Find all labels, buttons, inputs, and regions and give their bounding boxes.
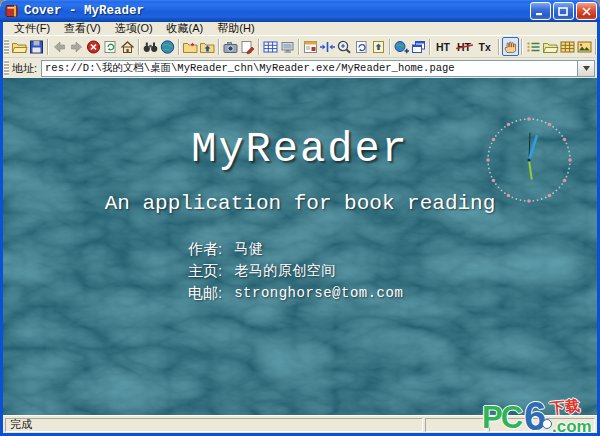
zoom-button[interactable]: [336, 37, 353, 56]
page-layout-button[interactable]: [302, 37, 319, 56]
status-bar: 完成: [3, 415, 597, 433]
grid-yellow-icon: [559, 39, 576, 55]
save-button[interactable]: [28, 37, 45, 56]
status-panel: [489, 418, 595, 432]
toolbar-separator: [595, 39, 597, 55]
fit-width-button[interactable]: [319, 37, 336, 56]
menu-help[interactable]: 帮助(H): [211, 22, 260, 35]
forward-button: [68, 37, 85, 56]
menu-options[interactable]: 选项(O): [109, 22, 159, 35]
globe-plus-icon: [393, 39, 410, 55]
home-button[interactable]: [119, 37, 136, 56]
info-label: 作者:: [188, 240, 222, 259]
info-row: 主页:老马的原创空间: [188, 260, 403, 282]
refresh-icon: [102, 39, 119, 55]
address-input[interactable]: res://D:\我的文档\桌面\MyReader_chn\MyReader.e…: [41, 60, 595, 77]
html-mode-button[interactable]: HT: [433, 37, 454, 56]
maximize-icon: [558, 7, 569, 16]
export-page-button[interactable]: [370, 37, 387, 56]
arrow-left-icon: [51, 39, 68, 55]
toolbar-separator: [178, 39, 180, 55]
magnifier-icon: [336, 39, 353, 55]
stop-button[interactable]: [85, 37, 102, 56]
toolbar-separator: [429, 39, 431, 55]
page-up-icon: [370, 39, 387, 55]
toolbar-separator: [389, 39, 391, 55]
globe-icon: [159, 39, 176, 55]
table-view-button[interactable]: [262, 37, 279, 56]
snapshot-button[interactable]: [222, 37, 239, 56]
index-list-button[interactable]: [525, 37, 542, 56]
cascade-windows-button[interactable]: [410, 37, 427, 56]
close-icon: [581, 7, 592, 16]
html-off-button[interactable]: HT: [454, 37, 475, 56]
address-value[interactable]: res://D:\我的文档\桌面\MyReader_chn\MyReader.e…: [42, 61, 577, 75]
window-frame: 文件(F)查看(V)选项(O)收藏(A)帮助(H) HTHTTx? 地址: re…: [0, 22, 600, 436]
svg-text:HT: HT: [436, 41, 451, 53]
toolbar-grip[interactable]: [4, 39, 9, 55]
toolbar-separator: [298, 39, 300, 55]
page-rotate-icon: [353, 39, 370, 55]
window-title: Cover - MyReader: [24, 4, 530, 18]
refresh-button[interactable]: [102, 37, 119, 56]
menu-view[interactable]: 查看(V): [58, 22, 107, 35]
info-label: 主页:: [188, 262, 222, 281]
maximize-button[interactable]: [553, 2, 574, 20]
toolbar-separator: [47, 39, 49, 55]
image-view-button[interactable]: [576, 37, 593, 56]
folder-star-icon: [182, 39, 199, 55]
toolbar: HTHTTx?: [3, 36, 597, 58]
open-url-button[interactable]: [393, 37, 410, 56]
open-book-button[interactable]: [542, 37, 559, 56]
info-label: 电邮:: [188, 284, 222, 303]
toolbar-separator: [138, 39, 140, 55]
arrow-right-icon: [68, 39, 85, 55]
hand-tool-button[interactable]: [502, 37, 519, 56]
minimize-button[interactable]: [530, 2, 551, 20]
camera-icon: [222, 39, 239, 55]
search-button[interactable]: [142, 37, 159, 56]
text-tx-icon: Tx: [477, 39, 494, 55]
address-label: 地址:: [12, 61, 37, 76]
toolbar-separator: [521, 39, 523, 55]
monitor-view-button[interactable]: [279, 37, 296, 56]
rotate-page-button[interactable]: [353, 37, 370, 56]
page-layout-icon: [302, 39, 319, 55]
text-mode-button[interactable]: Tx: [475, 37, 496, 56]
back-button: [51, 37, 68, 56]
menu-favorites[interactable]: 收藏(A): [161, 22, 210, 35]
info-row: 电邮:stronghorse@tom.com: [188, 282, 403, 304]
open-button[interactable]: [11, 37, 28, 56]
title-bar[interactable]: Cover - MyReader: [0, 0, 600, 22]
minimize-icon: [535, 7, 546, 16]
text-ht-icon: HT: [435, 39, 452, 55]
toolbar-separator: [218, 39, 220, 55]
browser-button[interactable]: [159, 37, 176, 56]
thumbnails-button[interactable]: [559, 37, 576, 56]
stop-icon: [85, 39, 102, 55]
info-value: 老马的原创空间: [234, 262, 336, 280]
favorites-folder-button[interactable]: [182, 37, 199, 56]
info-row: 作者:马健: [188, 238, 403, 260]
table-icon: [262, 39, 279, 55]
toolbar-separator: [258, 39, 260, 55]
page-pen-icon: [239, 39, 256, 55]
menu-file[interactable]: 文件(F): [8, 22, 56, 35]
status-panel: [425, 418, 487, 432]
folder-up-button[interactable]: [199, 37, 216, 56]
text-ht-strike-icon: HT: [456, 39, 473, 55]
address-dropdown-button[interactable]: [577, 61, 594, 76]
info-value: stronghorse@tom.com: [234, 285, 403, 301]
fit-width-icon: [319, 39, 336, 55]
edit-image-button[interactable]: [239, 37, 256, 56]
svg-text:Tx: Tx: [479, 41, 491, 53]
folder-open2-icon: [542, 39, 559, 55]
menu-bar: 文件(F)查看(V)选项(O)收藏(A)帮助(H): [3, 22, 597, 36]
addressbar-grip[interactable]: [4, 60, 9, 76]
home-icon: [119, 39, 136, 55]
chevron-down-icon: [583, 66, 590, 71]
info-value: 马健: [234, 240, 263, 258]
close-button[interactable]: [576, 2, 597, 20]
list-icon: [525, 39, 542, 55]
hand-icon: [502, 39, 519, 55]
